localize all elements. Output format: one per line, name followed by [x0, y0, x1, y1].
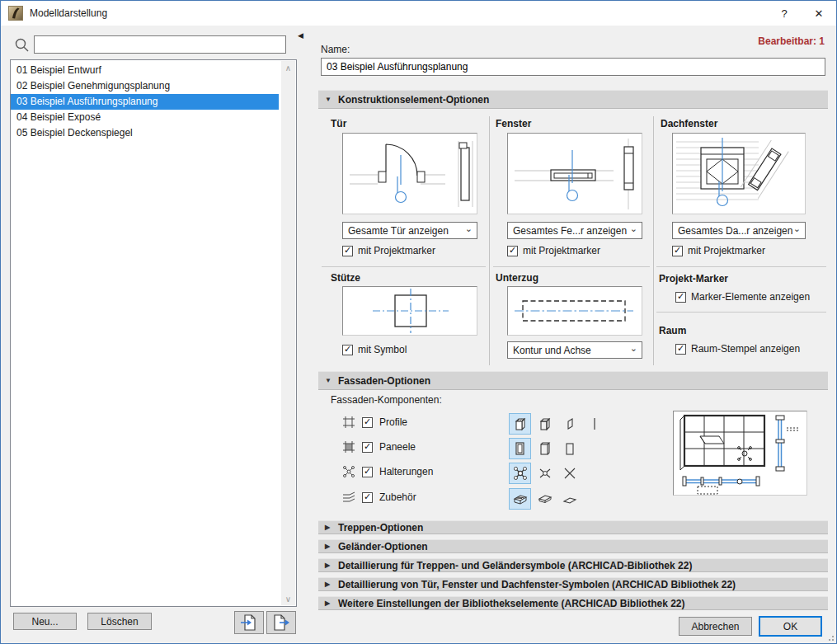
list-scrollbar[interactable]: ∧ ∨ [281, 61, 295, 605]
model-view-list: 01 Beispiel Entwurf 02 Beispiel Genehmig… [10, 59, 297, 607]
profile-row: ✓ Profile [342, 416, 407, 429]
section-expanded-icon: ▼ [325, 96, 338, 103]
profile-solid-toggle[interactable] [509, 413, 531, 435]
checkbox-checked[interactable]: ✓ [675, 344, 686, 355]
ok-button[interactable]: OK [759, 616, 822, 637]
section-expanded-icon: ▼ [325, 377, 338, 384]
checkbox-checked[interactable]: ✓ [362, 467, 373, 477]
section-title: Fassaden-Optionen [338, 375, 430, 387]
stuetze-preview [342, 286, 477, 336]
halterungen-solid-toggle[interactable] [509, 463, 531, 484]
tuer-title: Tür [331, 118, 346, 129]
profile-line-icon [586, 416, 603, 432]
search-input[interactable] [34, 35, 286, 54]
stuetze-symbol-row: ✓ mit Symbol [342, 344, 407, 355]
dachfenster-title: Dachfenster [661, 118, 717, 129]
paneele-outline-toggle[interactable] [534, 438, 556, 459]
checkbox-label: Profile [379, 416, 407, 428]
checkbox-label: Zubehör [379, 491, 416, 503]
checkbox-label: mit Symbol [358, 344, 407, 355]
section-fassaden[interactable]: ▼ Fassaden-Optionen [318, 371, 828, 390]
dachfenster-projektmarker-row: ✓ mit Projektmarker [672, 245, 765, 256]
section-gelaender[interactable]: ▶ Geländer-Optionen [318, 539, 828, 553]
checkbox-checked[interactable]: ✓ [672, 246, 683, 256]
marker-elemente-row: ✓ Marker-Elemente anzeigen [675, 291, 810, 303]
section-collapsed-icon: ▶ [325, 562, 338, 569]
checkbox-checked[interactable]: ✓ [362, 417, 373, 428]
section-title: Treppen-Optionen [338, 522, 423, 534]
section-collapsed-icon: ▶ [325, 524, 338, 531]
modelldarstellung-dialog: Modelldarstellung ? ✕ ◀ 01 Beispiel Entw… [0, 0, 837, 644]
unterzug-dropdown-value: Kontur und Achse [513, 345, 591, 356]
profile-line-toggle[interactable] [583, 413, 605, 435]
checkbox-checked[interactable]: ✓ [362, 442, 373, 453]
chevron-down-icon: ⌄ [630, 224, 637, 233]
column-divider [489, 116, 490, 365]
zubehoer-row: ✓ Zubehör [342, 491, 416, 504]
list-item[interactable]: 02 Beispiel Genehmigungsplanung [11, 78, 279, 94]
halterungen-x-toggle[interactable] [558, 463, 581, 484]
raum-stempel-row: ✓ Raum-Stempel anzeigen [675, 343, 800, 355]
title-bar: Modelldarstellung ? ✕ [1, 1, 836, 26]
checkbox-checked[interactable]: ✓ [507, 246, 518, 256]
close-button[interactable]: ✕ [802, 1, 836, 26]
new-button[interactable]: Neu... [13, 613, 77, 630]
section-title: Weitere Einstellungen der Bibliotheksele… [338, 598, 685, 609]
cancel-button[interactable]: Abbrechen [679, 617, 752, 636]
chevron-down-icon: ⌄ [465, 224, 473, 233]
tuer-dropdown[interactable]: Gesamte Tür anzeigen ⌄ [342, 222, 477, 239]
delete-button[interactable]: Löschen [87, 613, 152, 630]
tuer-dropdown-value: Gesamte Tür anzeigen [348, 225, 449, 237]
halterungen-row-icon [342, 465, 355, 478]
paneele-solid-toggle[interactable] [509, 438, 531, 459]
section-detaillierung-tuer-fenster[interactable]: ▶ Detaillierung von Tür, Fenster und Dac… [318, 577, 828, 591]
unterzug-dropdown[interactable]: Kontur und Achse ⌄ [507, 341, 642, 359]
help-button[interactable]: ? [767, 1, 802, 26]
paneele-flat-icon [562, 440, 578, 457]
paneele-flat-toggle[interactable] [558, 438, 581, 459]
list-item[interactable]: 04 Beispiel Exposé [11, 110, 279, 125]
resize-grip[interactable] [825, 632, 834, 641]
paneele-outline-icon [537, 440, 553, 457]
checkbox-label: Halterungen [379, 466, 433, 477]
zubehoer-outline-toggle[interactable] [534, 488, 556, 510]
section-treppen[interactable]: ▶ Treppen-Optionen [318, 520, 828, 534]
section-collapsed-icon: ▶ [325, 599, 338, 607]
scroll-up-icon[interactable]: ∧ [281, 61, 295, 74]
fenster-dropdown[interactable]: Gesamtes Fe...r anzeigen ⌄ [507, 222, 642, 239]
fenster-projektmarker-row: ✓ mit Projektmarker [507, 245, 600, 256]
import-icon [239, 613, 259, 632]
section-weitere-einstellungen[interactable]: ▶ Weitere Einstellungen der Bibliothekse… [318, 596, 828, 610]
zubehoer-flat-toggle[interactable] [558, 488, 581, 510]
panel-collapse-icon[interactable]: ◀ [298, 31, 303, 40]
halterungen-outline-toggle[interactable] [534, 463, 556, 484]
section-title: Geländer-Optionen [338, 541, 428, 552]
fenster-title: Fenster [496, 118, 531, 129]
list-item[interactable]: 05 Beispiel Deckenspiegel [11, 125, 279, 141]
checkbox-label: Marker-Elemente anzeigen [691, 291, 810, 303]
zubehoer-solid-toggle[interactable] [509, 488, 531, 510]
checkbox-checked[interactable]: ✓ [362, 492, 373, 503]
column-divider [653, 116, 654, 365]
editable-count: Bearbeitbar: 1 [758, 35, 825, 47]
search-icon [14, 37, 30, 53]
dachfenster-dropdown[interactable]: Gesamtes Da...r anzeigen ⌄ [672, 222, 806, 239]
checkbox-label: Paneele [379, 441, 416, 453]
section-collapsed-icon: ▶ [325, 581, 338, 588]
profile-flat-toggle[interactable] [558, 413, 581, 435]
section-title: Konstruktionselement-Optionen [338, 94, 489, 106]
import-button[interactable] [234, 611, 264, 634]
checkbox-checked[interactable]: ✓ [342, 345, 353, 355]
scroll-down-icon[interactable]: ∨ [281, 592, 295, 605]
profile-outline-toggle[interactable] [534, 413, 556, 435]
list-item[interactable]: 01 Beispiel Entwurf [11, 63, 279, 78]
list-item-selected[interactable]: 03 Beispiel Ausführungsplanung [11, 94, 279, 110]
export-button[interactable] [266, 611, 296, 634]
unterzug-preview [507, 286, 642, 336]
section-detaillierung-treppen[interactable]: ▶ Detaillierung für Treppen- und Gelände… [318, 558, 828, 572]
section-konstruktionselement[interactable]: ▼ Konstruktionselement-Optionen [318, 90, 828, 109]
checkbox-checked[interactable]: ✓ [342, 246, 353, 256]
fenster-dropdown-value: Gesamtes Fe...r anzeigen [513, 225, 627, 237]
name-input[interactable] [321, 58, 825, 76]
checkbox-checked[interactable]: ✓ [675, 292, 686, 303]
